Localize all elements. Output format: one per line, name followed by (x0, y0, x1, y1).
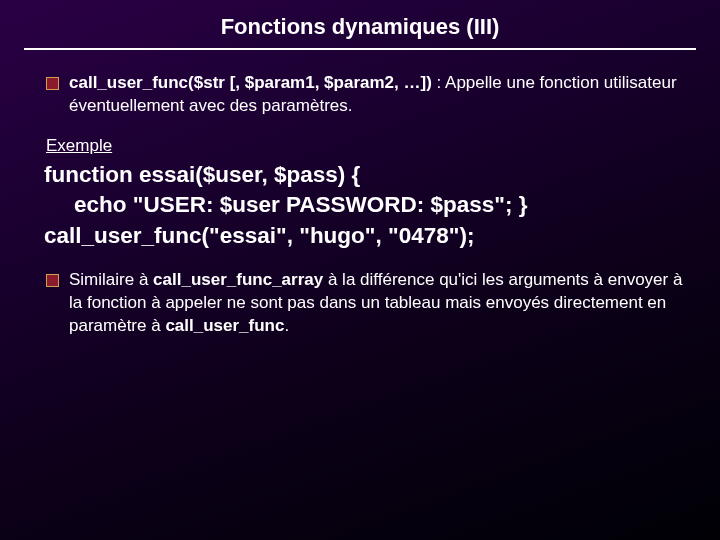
slide-title: Fonctions dynamiques (III) (24, 14, 696, 50)
code-line-3: call_user_func("essai", "hugo", "0478"); (44, 221, 696, 251)
bullet-icon (46, 274, 59, 287)
code-line-2: echo "USER: $user PASSWORD: $pass"; } (44, 190, 696, 220)
bullet2-b2: call_user_func (165, 316, 284, 335)
bullet-text-1: call_user_func($str [, $param1, $param2,… (69, 72, 696, 118)
bullet2-b1: call_user_func_array (153, 270, 323, 289)
bullet-text-2: Similaire à call_user_func_array à la di… (69, 269, 696, 338)
bullet2-p1: Similaire à (69, 270, 153, 289)
bullet-item-2: Similaire à call_user_func_array à la di… (46, 269, 696, 338)
code-line-1: function essai($user, $pass) { (44, 160, 696, 190)
bullet1-bold: call_user_func($str [, $param1, $param2,… (69, 73, 432, 92)
bullet-icon (46, 77, 59, 90)
code-block: function essai($user, $pass) { echo "USE… (44, 160, 696, 251)
example-label: Exemple (46, 136, 696, 156)
bullet2-p3: . (284, 316, 289, 335)
bullet-item-1: call_user_func($str [, $param1, $param2,… (46, 72, 696, 118)
